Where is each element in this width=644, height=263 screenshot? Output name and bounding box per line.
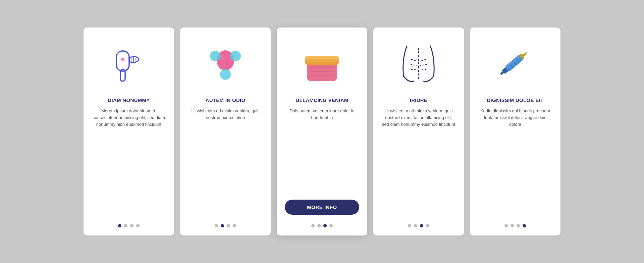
dot: [504, 224, 508, 227]
dot: [317, 224, 321, 227]
svg-point-18: [307, 61, 337, 65]
card-1-title: DIAM NONUMMY: [108, 97, 150, 103]
card-5: DIGNISSIM DOLOE EIT Kodio dignissim qui …: [470, 28, 560, 235]
svg-line-22: [411, 69, 417, 70]
body-lines-icon: [398, 39, 439, 90]
syringe-icon: [495, 41, 535, 88]
svg-rect-16: [305, 56, 339, 59]
dot: [517, 224, 520, 227]
dot: [414, 224, 417, 227]
card-4-title: IRIURE: [410, 97, 428, 103]
svg-point-5: [121, 58, 124, 61]
card-2-icon-area: [202, 38, 249, 91]
card-4-icon-area: [395, 38, 442, 91]
dot: [329, 224, 333, 227]
card-3-desc: Duis autem vel eum iriure dolor in hendr…: [285, 108, 359, 194]
card-3: ULLAMCING VENIAM Duis autem vel eum iriu…: [277, 28, 367, 235]
card-3-icon-area: [299, 38, 345, 91]
svg-line-20: [411, 59, 417, 61]
dot: [124, 224, 127, 227]
svg-line-23: [420, 59, 426, 61]
cream-jar-icon: [300, 41, 344, 88]
svg-point-9: [220, 69, 231, 80]
card-2-dots: [215, 224, 236, 227]
dot: [136, 224, 140, 227]
dot-active: [221, 224, 224, 227]
dot-active: [523, 224, 526, 227]
dot-active: [420, 224, 423, 227]
hair-dryer-icon: [110, 41, 147, 88]
card-2-desc: Ut wisi enim ad minim veniam, quis nostr…: [188, 108, 263, 218]
card-1-icon-area: [105, 38, 152, 91]
dot: [215, 224, 218, 227]
massage-tool-icon: [205, 41, 246, 88]
svg-line-24: [420, 64, 427, 65]
dot: [426, 224, 429, 227]
card-4-desc: Ut wisi enim ad minim veniam, quis nostr…: [381, 108, 456, 218]
dot: [511, 224, 514, 227]
card-5-desc: Kodio dignissim qui blandit praesent lup…: [478, 108, 552, 218]
dot: [311, 224, 315, 227]
cards-container: DIAM NONUMMY Morem ipsum dolor sit amet,…: [63, 14, 581, 249]
svg-line-25: [420, 69, 426, 70]
card-3-title: ULLAMCING VENIAM: [296, 97, 348, 103]
dot: [227, 224, 230, 227]
card-5-icon-area: [492, 38, 539, 91]
dot: [233, 224, 236, 227]
svg-point-8: [230, 51, 241, 61]
card-1-dots: [118, 224, 140, 227]
card-4-dots: [408, 224, 429, 227]
svg-line-21: [411, 64, 417, 65]
dot: [130, 224, 133, 227]
more-info-button[interactable]: MORE INFO: [285, 200, 359, 215]
card-3-dots: [311, 224, 333, 227]
svg-point-10: [221, 55, 225, 60]
svg-point-7: [210, 51, 221, 61]
dot: [408, 224, 411, 227]
dot-active: [323, 224, 327, 227]
card-1: DIAM NONUMMY Morem ipsum dolor sit amet,…: [84, 28, 174, 235]
svg-rect-0: [116, 51, 129, 71]
card-1-desc: Morem ipsum dolor sit amet, consectetuer…: [92, 108, 166, 218]
dot-active: [118, 224, 121, 227]
card-4: IRIURE Ut wisi enim ad minim veniam, qui…: [373, 28, 464, 235]
card-5-dots: [504, 224, 526, 227]
card-5-title: DIGNISSIM DOLOE EIT: [487, 97, 543, 103]
card-2: AUTEM IN ODIO Ut wisi enim ad minim veni…: [180, 28, 271, 235]
card-2-title: AUTEM IN ODIO: [206, 97, 246, 103]
